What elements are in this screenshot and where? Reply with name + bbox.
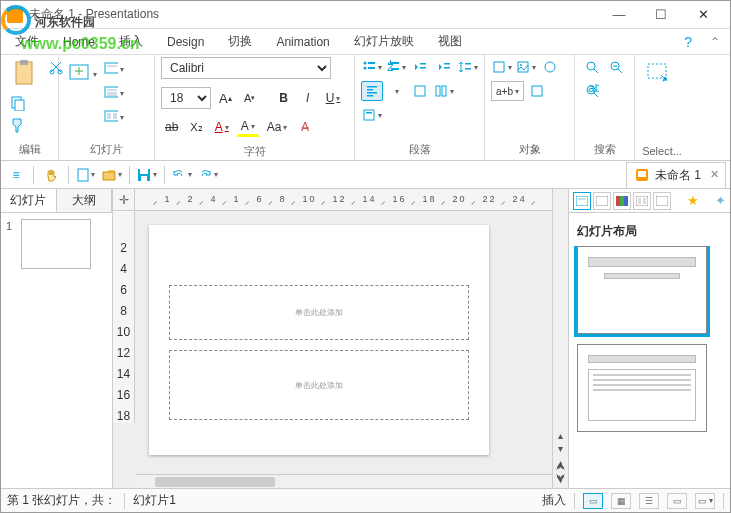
underline-button[interactable]: U xyxy=(322,88,345,108)
reset-layout-icon[interactable] xyxy=(103,107,125,127)
document-tab[interactable]: 未命名 1 ✕ xyxy=(626,162,726,188)
grow-font-button[interactable]: A▴ xyxy=(215,88,236,108)
subscript-button[interactable]: X₂ xyxy=(186,117,206,137)
ribbon: 编辑 幻灯片 Calibri 18 A▴ A▾ B xyxy=(1,55,730,161)
view-sorter-icon[interactable]: ▦ xyxy=(611,493,631,509)
svg-rect-30 xyxy=(367,89,373,91)
qat-undo-icon[interactable] xyxy=(171,165,193,185)
pane-tab-master-icon[interactable] xyxy=(633,192,651,210)
svg-rect-32 xyxy=(367,95,373,97)
replace-icon[interactable]: ab xyxy=(581,81,603,101)
collapse-ribbon-button[interactable]: ⌃ xyxy=(704,35,726,49)
bold-button[interactable]: B xyxy=(274,88,294,108)
slide-thumbnail[interactable]: 1 xyxy=(21,219,91,269)
minimize-button[interactable]: — xyxy=(598,3,640,27)
view-slideshow-icon[interactable]: ▭ xyxy=(695,493,715,509)
menu-slideshow[interactable]: 幻灯片放映 xyxy=(344,30,424,53)
ribbon-label-edit: 编辑 xyxy=(7,139,52,160)
shape-icon[interactable] xyxy=(491,57,513,77)
increase-indent-icon[interactable] xyxy=(433,57,455,77)
svg-point-17 xyxy=(364,67,367,70)
svg-rect-47 xyxy=(648,64,666,78)
menu-transition[interactable]: 切换 xyxy=(218,30,262,53)
qat-new-icon[interactable] xyxy=(75,165,97,185)
qat-save-icon[interactable] xyxy=(136,165,158,185)
pane-tab-star-icon[interactable]: ★ xyxy=(687,193,699,208)
paste-icon[interactable] xyxy=(7,57,41,91)
svg-rect-14 xyxy=(113,113,117,119)
pane-title: 幻灯片布局 xyxy=(569,213,730,246)
ribbon-group-slides: 幻灯片 xyxy=(59,55,155,160)
effects-icon[interactable] xyxy=(539,57,561,77)
layout-icon[interactable] xyxy=(103,59,125,79)
vertical-scrollbar[interactable]: ▴▾ ⮝⮟ xyxy=(552,189,568,488)
qat-hand-icon[interactable] xyxy=(40,165,62,185)
svg-point-40 xyxy=(520,64,522,66)
font-name-select[interactable]: Calibri xyxy=(161,57,331,79)
textbox-button[interactable]: a+b xyxy=(491,81,524,101)
align-left-icon[interactable] xyxy=(361,81,383,101)
layout-option-1[interactable] xyxy=(577,246,707,334)
shrink-font-button[interactable]: A▾ xyxy=(240,88,260,108)
bullets-icon[interactable] xyxy=(361,57,383,77)
decrease-indent-icon[interactable] xyxy=(409,57,431,77)
slide-canvas[interactable]: 单击此处添加 单击此处添加 xyxy=(149,225,489,455)
pane-tab-anim-icon[interactable] xyxy=(653,192,671,210)
ribbon-group-font: Calibri 18 A▴ A▾ B I U ab X₂ A A Aa A̶ 字… xyxy=(155,55,355,160)
tab-outline[interactable]: 大纲 xyxy=(57,189,113,212)
status-slide-name: 幻灯片1 xyxy=(133,492,176,509)
view-normal-icon[interactable]: ▭ xyxy=(583,493,603,509)
menu-view[interactable]: 视图 xyxy=(428,30,472,53)
clear-format-button[interactable]: A̶ xyxy=(295,117,315,137)
slide-master-icon[interactable] xyxy=(103,83,125,103)
title-placeholder[interactable]: 单击此处添加 xyxy=(169,285,469,340)
strikethrough-button[interactable]: ab xyxy=(161,117,182,137)
highlight-button[interactable]: A xyxy=(237,117,259,137)
doc-tab-close-icon[interactable]: ✕ xyxy=(710,168,719,181)
pane-tab-star2-icon[interactable]: ✦ xyxy=(715,193,726,208)
maximize-button[interactable]: ☐ xyxy=(640,3,682,27)
svg-rect-7 xyxy=(105,63,118,73)
find-icon[interactable] xyxy=(581,57,603,77)
copy-icon[interactable] xyxy=(7,93,29,113)
doc-tab-label: 未命名 1 xyxy=(655,167,701,184)
view-notes-icon[interactable]: ▭ xyxy=(667,493,687,509)
tab-slides[interactable]: 幻灯片 xyxy=(1,189,57,212)
select-icon[interactable] xyxy=(641,57,675,91)
svg-rect-63 xyxy=(656,196,668,206)
content-placeholder[interactable]: 单击此处添加 xyxy=(169,350,469,420)
align-more-icon[interactable] xyxy=(385,81,407,101)
layout-option-2[interactable] xyxy=(577,344,707,432)
quick-access-toolbar: ≡ 未命名 1 ✕ xyxy=(1,161,730,189)
italic-button[interactable]: I xyxy=(298,88,318,108)
help-button[interactable]: ? xyxy=(676,34,700,50)
pane-tab-layout-icon[interactable] xyxy=(573,192,591,210)
new-slide-icon[interactable] xyxy=(65,57,99,91)
slide-stage[interactable]: 单击此处添加 单击此处添加 xyxy=(135,211,552,474)
font-color-button[interactable]: A xyxy=(211,117,233,137)
view-outline-icon[interactable]: ☰ xyxy=(639,493,659,509)
pane-tab-color-icon[interactable] xyxy=(613,192,631,210)
pane-tab-design-icon[interactable] xyxy=(593,192,611,210)
vertical-align-icon[interactable] xyxy=(361,105,383,125)
change-case-button[interactable]: Aa xyxy=(263,117,292,137)
goto-icon[interactable] xyxy=(605,57,627,77)
qat-open-icon[interactable] xyxy=(101,165,123,185)
svg-rect-13 xyxy=(107,113,111,119)
qat-menu-icon[interactable]: ≡ xyxy=(5,165,27,185)
close-button[interactable]: ✕ xyxy=(682,3,724,27)
qat-redo-icon[interactable] xyxy=(197,165,219,185)
line-spacing-icon[interactable] xyxy=(457,57,479,77)
numbering-icon[interactable]: 12 xyxy=(385,57,407,77)
text-direction-icon[interactable] xyxy=(409,81,431,101)
horizontal-scrollbar[interactable] xyxy=(135,474,552,488)
svg-rect-60 xyxy=(636,196,648,206)
format-painter-icon[interactable] xyxy=(7,115,29,135)
picture-icon[interactable] xyxy=(515,57,537,77)
font-size-select[interactable]: 18 xyxy=(161,87,211,109)
workspace: 幻灯片 大纲 1 ✛ 24681012141618 ⸝ 1 ⸝ 2 ⸝ 4 ⸝ … xyxy=(1,189,730,488)
menu-design[interactable]: Design xyxy=(157,32,214,52)
symbol-icon[interactable] xyxy=(526,81,548,101)
menu-animation[interactable]: Animation xyxy=(266,32,339,52)
columns-icon[interactable] xyxy=(433,81,455,101)
